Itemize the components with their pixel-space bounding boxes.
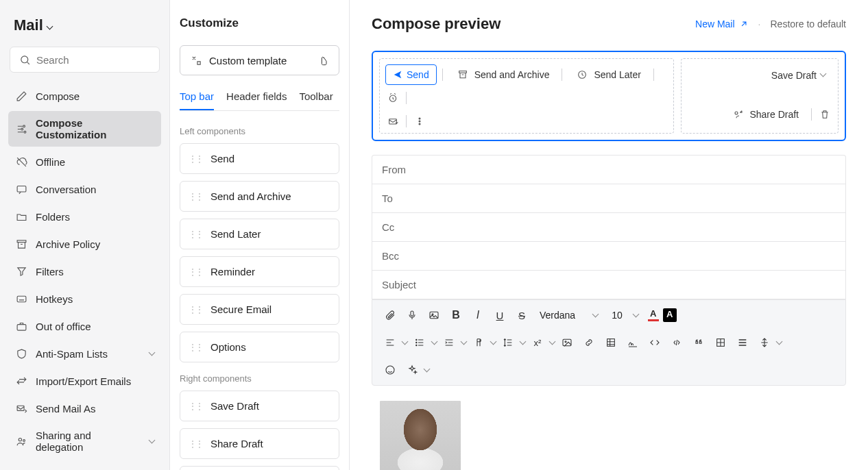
indent-button[interactable] [439, 333, 459, 352]
nav-label: Out of office [36, 321, 91, 332]
svg-rect-4 [17, 186, 26, 192]
line-height-button[interactable] [498, 333, 518, 352]
options-button[interactable] [412, 114, 427, 129]
component-send-archive[interactable]: ⋮⋮Send and Archive [180, 181, 339, 212]
svg-point-16 [419, 118, 420, 119]
component-label: Save Draft [210, 400, 259, 412]
link-button[interactable] [579, 333, 599, 352]
text-color-button[interactable]: A [647, 308, 660, 322]
underline-button[interactable]: U [490, 306, 509, 325]
bold-button[interactable]: B [446, 306, 466, 325]
insert-image-button[interactable] [424, 306, 444, 325]
nav-import-export[interactable]: Import/Export Emails [8, 369, 161, 393]
mic-button[interactable] [402, 306, 422, 325]
nav-filters[interactable]: Filters [8, 259, 161, 284]
new-mail-link[interactable]: New Mail [695, 18, 749, 29]
divider [406, 115, 407, 127]
align-button[interactable] [381, 333, 400, 352]
component-options[interactable]: ⋮⋮Options [180, 332, 339, 362]
attach-button[interactable] [381, 306, 400, 325]
divider [406, 92, 407, 104]
nav-label: Compose Customization [36, 117, 154, 140]
superscript-button[interactable]: x² [528, 333, 547, 352]
quote-button[interactable] [689, 333, 708, 352]
to-field[interactable]: To [372, 184, 845, 213]
restore-default-link[interactable]: Restore to default [770, 18, 846, 29]
template-selector[interactable]: Custom template [180, 45, 339, 75]
nav-folders[interactable]: Folders [8, 204, 161, 229]
send-button[interactable]: Send [385, 64, 437, 85]
font-size-select[interactable]: 10 [606, 307, 644, 323]
reminder-button[interactable] [385, 90, 400, 106]
nav-anti-spam[interactable]: Anti-Spam Lists [8, 341, 161, 366]
nav-send-as[interactable]: Send Mail As [8, 396, 161, 421]
nav-offline[interactable]: Offline [8, 149, 161, 174]
code-button[interactable] [645, 333, 664, 352]
component-save-draft[interactable]: ⋮⋮Save Draft [180, 391, 339, 421]
signature-button[interactable] [623, 333, 642, 352]
component-reminder[interactable]: ⋮⋮Reminder [180, 256, 339, 287]
nav-label: Compose [36, 90, 80, 102]
from-field[interactable]: From [372, 156, 845, 184]
app-switcher[interactable]: Mail [8, 14, 161, 44]
image-button[interactable] [557, 333, 577, 352]
hr-button[interactable] [733, 333, 752, 352]
font-family-label: Verdana [540, 310, 575, 321]
cc-field[interactable]: Cc [372, 213, 845, 242]
direction-button[interactable] [469, 333, 488, 352]
topbar-right-group[interactable]: Save Draft Share Draft [681, 58, 839, 134]
topbar-left-group[interactable]: Send Send and Archive Send Later [379, 58, 674, 134]
component-label: Reminder [210, 266, 255, 277]
chevron-down-icon [777, 339, 782, 347]
nav-archive-policy[interactable]: Archive Policy [8, 232, 161, 256]
svg-point-18 [419, 123, 420, 125]
tab-toolbar[interactable]: Toolbar [299, 90, 333, 110]
emoji-button[interactable] [381, 360, 400, 380]
ai-button[interactable] [402, 360, 422, 380]
code-block-button[interactable] [667, 333, 686, 352]
italic-button[interactable]: I [468, 306, 487, 325]
nav-conversation[interactable]: Conversation [8, 177, 161, 201]
subject-field[interactable]: Subject [372, 271, 845, 299]
secure-email-button[interactable] [385, 114, 400, 129]
nav-accounts[interactable]: Mail accounts [8, 462, 161, 470]
tab-header-fields[interactable]: Header fields [226, 90, 287, 110]
send-archive-button[interactable]: Send and Archive [448, 63, 557, 86]
search-input-wrapper[interactable] [10, 47, 160, 73]
share-draft-button[interactable]: Share Draft [723, 103, 806, 126]
list-button[interactable] [410, 333, 429, 352]
nav-compose-customization[interactable]: Compose Customization [8, 111, 161, 147]
component-label: Share Draft [210, 438, 263, 449]
component-send[interactable]: ⋮⋮Send [180, 143, 339, 174]
save-draft-label: Save Draft [771, 70, 817, 81]
nav-hotkeys[interactable]: Hotkeys [8, 286, 161, 311]
spacing-button[interactable] [755, 333, 774, 352]
send-later-label: Send Later [594, 69, 641, 80]
insert-table-button[interactable] [711, 333, 730, 352]
table-button[interactable] [601, 333, 620, 352]
save-draft-button[interactable]: Save Draft [764, 66, 832, 85]
send-later-button[interactable]: Send Later [568, 63, 648, 86]
font-family-select[interactable]: Verdana [534, 307, 603, 323]
nav-out-of-office[interactable]: Out of office [8, 314, 161, 338]
nav-sharing[interactable]: Sharing and delegation [8, 423, 161, 459]
tab-top-bar[interactable]: Top bar [180, 90, 214, 110]
briefcase-icon [15, 320, 27, 332]
nav-label: Folders [36, 211, 70, 223]
chevron-down-icon [520, 339, 525, 347]
bcc-field[interactable]: Bcc [372, 242, 845, 271]
component-share-draft[interactable]: ⋮⋮Share Draft [180, 428, 339, 459]
compose-body[interactable] [372, 386, 846, 470]
search-input[interactable] [36, 54, 151, 66]
nav-compose[interactable]: Compose [8, 84, 161, 108]
archive-icon [455, 67, 470, 82]
component-discard-draft[interactable]: ⋮⋮Discard Draft [180, 466, 339, 470]
highlight-color-button[interactable]: A [663, 308, 677, 322]
strikethrough-button[interactable]: S [512, 306, 531, 325]
chevron-down-icon [634, 312, 638, 319]
nav-label: Hotkeys [36, 293, 73, 305]
discard-draft-button[interactable] [817, 107, 832, 122]
component-send-later[interactable]: ⋮⋮Send Later [180, 219, 339, 249]
component-secure-email[interactable]: ⋮⋮Secure Email [180, 294, 339, 325]
nav-label: Anti-Spam Lists [36, 348, 108, 360]
